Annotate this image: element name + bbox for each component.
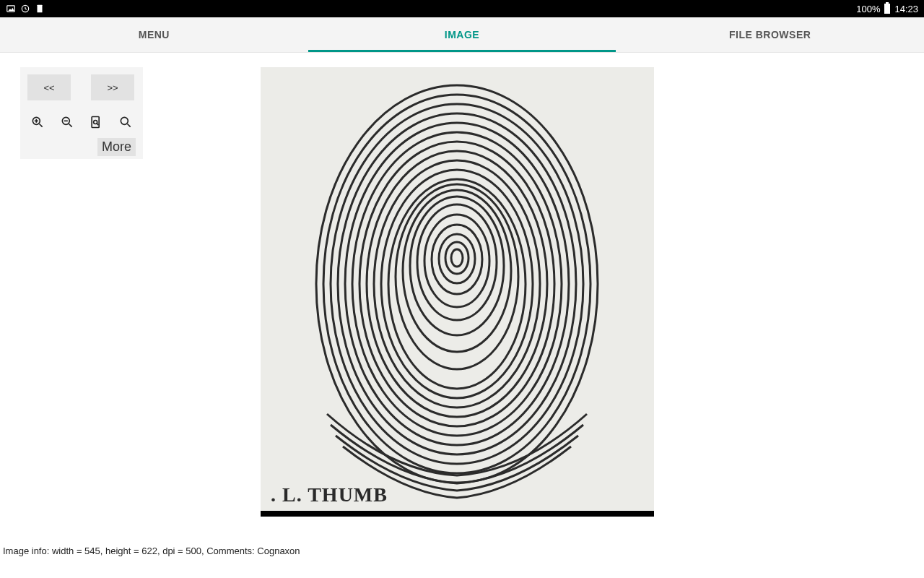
image-icon bbox=[6, 4, 16, 14]
svg-rect-3 bbox=[38, 5, 43, 13]
image-viewport[interactable]: . L. THUMB bbox=[261, 67, 654, 517]
content-area: << >> More bbox=[0, 53, 924, 560]
battery-icon bbox=[884, 4, 890, 14]
svg-line-13 bbox=[97, 124, 99, 126]
status-left bbox=[6, 4, 45, 14]
more-row: More bbox=[27, 138, 136, 156]
status-bar: 100% 14:23 bbox=[0, 0, 924, 17]
zoom-in-icon[interactable] bbox=[30, 115, 45, 129]
zoom-row bbox=[27, 108, 136, 138]
next-button[interactable]: >> bbox=[91, 74, 134, 100]
image-info-text: Image info: width = 545, height = 622, d… bbox=[3, 545, 300, 556]
tab-image-label: IMAGE bbox=[445, 29, 479, 40]
status-right: 100% 14:23 bbox=[856, 4, 918, 14]
image-bottom-border bbox=[261, 511, 654, 517]
clock-text: 14:23 bbox=[894, 4, 918, 14]
toolbox-panel: << >> More bbox=[20, 67, 143, 159]
zoom-out-icon[interactable] bbox=[60, 115, 74, 129]
battery-text: 100% bbox=[856, 4, 880, 14]
svg-marker-1 bbox=[9, 8, 14, 11]
doc-icon bbox=[35, 4, 45, 14]
more-button[interactable]: More bbox=[97, 138, 136, 156]
prev-button[interactable]: << bbox=[27, 74, 71, 100]
tab-file-browser[interactable]: FILE BROWSER bbox=[616, 17, 924, 52]
footer-info: Image info: width = 545, height = 622, d… bbox=[0, 542, 303, 560]
svg-point-14 bbox=[121, 117, 128, 124]
svg-line-5 bbox=[40, 124, 43, 127]
nav-row: << >> bbox=[27, 74, 136, 108]
tab-menu[interactable]: MENU bbox=[0, 17, 308, 52]
svg-line-9 bbox=[69, 124, 71, 127]
image-caption: . L. THUMB bbox=[271, 483, 388, 506]
tab-menu-label: MENU bbox=[139, 29, 170, 40]
svg-rect-11 bbox=[92, 117, 99, 128]
svg-rect-16 bbox=[261, 67, 654, 517]
fingerprint-image bbox=[261, 67, 654, 517]
search-icon[interactable] bbox=[118, 115, 133, 129]
tab-image[interactable]: IMAGE bbox=[308, 17, 616, 52]
fit-page-icon[interactable] bbox=[89, 115, 103, 129]
tab-bar: MENU IMAGE FILE BROWSER bbox=[0, 17, 924, 53]
tab-file-browser-label: FILE BROWSER bbox=[729, 29, 811, 40]
svg-line-15 bbox=[127, 124, 130, 127]
sync-icon bbox=[20, 4, 30, 14]
